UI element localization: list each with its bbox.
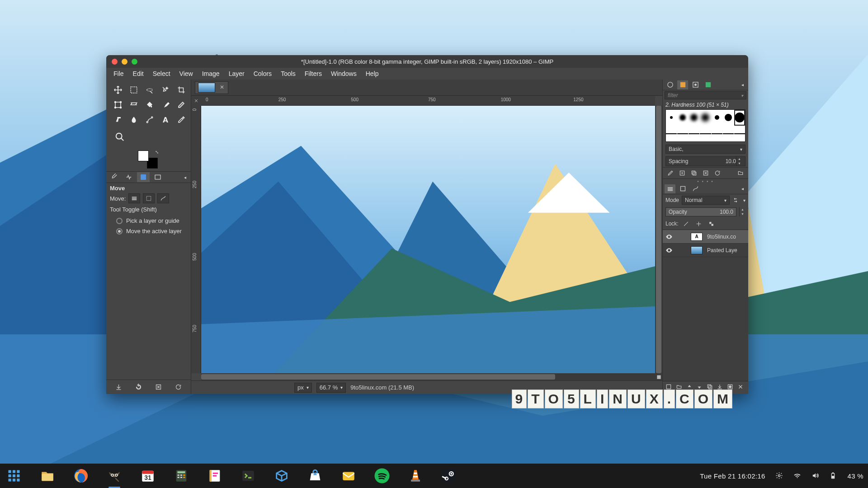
files-app-icon[interactable] [38, 466, 57, 485]
software-center-icon[interactable] [306, 466, 325, 485]
menu-tools[interactable]: Tools [277, 69, 299, 78]
tool-free-select[interactable] [142, 82, 157, 97]
opacity-up[interactable]: ▲ [740, 207, 745, 212]
move-target-path[interactable] [157, 193, 169, 203]
layer-visibility-toggle[interactable] [665, 247, 674, 254]
layers-tab-menu-button[interactable]: ◂ [738, 185, 746, 193]
canvas-v-scrollbar[interactable] [655, 106, 662, 373]
calculator-icon[interactable] [172, 466, 191, 485]
virtualbox-icon[interactable] [272, 466, 291, 485]
tool-paintbrush[interactable] [157, 97, 173, 112]
mail-icon[interactable] [339, 466, 358, 485]
tool-warp[interactable] [126, 97, 142, 112]
tool-fuzzy-select[interactable] [157, 82, 173, 97]
dock-splitter[interactable]: • • • • [663, 179, 748, 183]
ruler-origin[interactable] [191, 96, 201, 106]
vlc-icon[interactable] [406, 466, 425, 485]
layer-row-0[interactable]: A 9to5linux.co [663, 230, 748, 244]
tool-move[interactable] [110, 82, 126, 97]
steam-icon[interactable] [439, 466, 458, 485]
canvas-navigation-icon[interactable] [655, 373, 662, 380]
spacing-down[interactable]: ▼ [736, 161, 742, 166]
close-document-icon[interactable]: ✕ [219, 84, 225, 91]
menu-edit[interactable]: Edit [129, 69, 147, 78]
vertical-ruler[interactable]: 0 250 500 750 [191, 106, 201, 373]
image-canvas[interactable] [201, 106, 655, 373]
app-launcher-icon[interactable] [5, 466, 24, 485]
mode-group-selector[interactable]: ▾ [743, 198, 745, 203]
fg-bg-color[interactable]: ⤡ [138, 150, 158, 169]
tool-eraser[interactable] [173, 97, 189, 112]
tool-paths[interactable] [142, 112, 157, 127]
swap-colors-icon[interactable]: ⤡ [155, 150, 159, 155]
calendar-icon[interactable]: 31 [138, 466, 157, 485]
menu-select[interactable]: Select [149, 69, 174, 78]
layer-visibility-toggle[interactable] [665, 233, 674, 240]
brush-tag-selector[interactable]: Basic,▾ [665, 145, 745, 154]
gimp-app-icon[interactable] [105, 466, 124, 485]
tab-layers-icon[interactable] [665, 184, 675, 193]
battery-percent[interactable]: 43 % [848, 472, 863, 480]
delete-brush-icon[interactable] [702, 169, 710, 177]
move-target-layer[interactable] [128, 193, 140, 203]
tool-rect-select[interactable] [126, 82, 142, 97]
tab-tool-options-icon[interactable] [108, 172, 121, 182]
tab-patterns-icon[interactable] [677, 80, 688, 89]
fg-color-swatch[interactable] [138, 150, 149, 161]
right-tab-menu-button[interactable]: ◂ [738, 81, 746, 89]
layer-row-1[interactable]: Pasted Laye [663, 244, 748, 257]
tool-clone[interactable] [110, 112, 126, 127]
tab-paths-icon[interactable] [690, 184, 701, 193]
tool-crop[interactable] [173, 82, 189, 97]
save-tool-preset-icon[interactable] [113, 381, 125, 393]
menu-file[interactable]: File [110, 69, 127, 78]
menu-image[interactable]: Image [198, 69, 223, 78]
blend-mode-selector[interactable]: Normal▾ [682, 196, 730, 205]
lock-position-icon[interactable] [694, 219, 704, 228]
menu-filters[interactable]: Filters [301, 69, 326, 78]
tab-device-status-icon[interactable] [123, 172, 135, 182]
lock-alpha-icon[interactable] [707, 219, 717, 228]
tool-transform[interactable] [110, 97, 126, 112]
tab-undo-history-icon[interactable] [137, 172, 150, 182]
brush-grid[interactable] [665, 109, 745, 142]
menu-colors[interactable]: Colors [250, 69, 275, 78]
canvas-h-scrollbar[interactable] [201, 373, 655, 380]
delete-layer-icon[interactable] [737, 384, 745, 392]
tab-menu-button[interactable]: ◂ [181, 173, 189, 181]
tool-text[interactable] [157, 112, 173, 127]
titlebar[interactable]: *[Untitled]-1.0 (RGB color 8-bit gamma i… [106, 55, 748, 68]
menu-view[interactable]: View [176, 69, 197, 78]
brush-spacing-input[interactable]: Spacing 10.0 ▲▼ [665, 156, 745, 166]
tool-smudge[interactable] [126, 112, 142, 127]
lock-pixels-icon[interactable] [681, 219, 691, 228]
tool-zoom[interactable] [110, 127, 130, 147]
refresh-brushes-icon[interactable] [713, 169, 722, 177]
opacity-slider[interactable]: Opacity 100.0 [665, 207, 736, 216]
radio-pick-layer[interactable]: Pick a layer or guide [110, 216, 187, 226]
settings-tray-icon[interactable] [775, 472, 783, 480]
open-as-image-icon[interactable] [736, 169, 745, 177]
notes-icon[interactable] [205, 466, 224, 485]
minimize-window-button[interactable] [122, 59, 127, 65]
tool-color-picker[interactable] [173, 112, 189, 127]
tool-bucket-fill[interactable] [142, 97, 157, 112]
radio-move-active[interactable]: Move the active layer [110, 226, 187, 236]
status-unit-selector[interactable]: px▾ [294, 383, 312, 393]
terminal-icon[interactable] [239, 466, 258, 485]
move-target-selection[interactable] [143, 193, 155, 203]
brush-filter-input[interactable]: filter▾ [665, 91, 746, 99]
clock[interactable]: Tue Feb 21 16:02:16 [700, 472, 765, 480]
tab-fonts-icon[interactable] [690, 80, 701, 89]
menu-help[interactable]: Help [362, 69, 382, 78]
spotify-icon[interactable] [373, 466, 392, 485]
status-zoom-selector[interactable]: 66.7 %▾ [316, 383, 346, 393]
opacity-down[interactable]: ▼ [740, 212, 745, 216]
restore-tool-preset-icon[interactable] [133, 381, 145, 393]
menu-layer[interactable]: Layer [225, 69, 248, 78]
volume-tray-icon[interactable] [811, 472, 820, 480]
battery-tray-icon[interactable] [830, 472, 838, 480]
maximize-window-button[interactable] [132, 59, 137, 65]
close-window-button[interactable] [112, 59, 118, 65]
delete-tool-preset-icon[interactable] [152, 381, 164, 393]
